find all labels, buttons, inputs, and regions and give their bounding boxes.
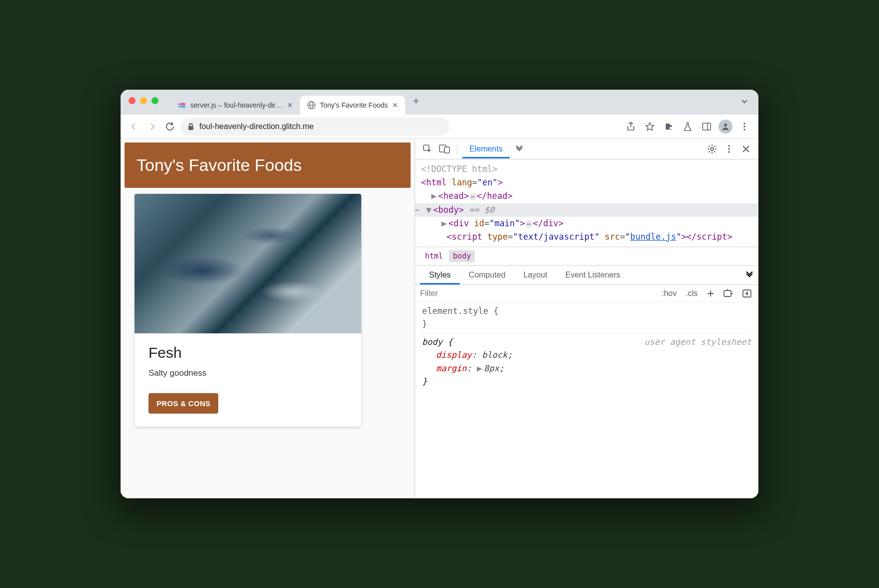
svg-rect-3 [188, 126, 193, 130]
menu-button[interactable] [736, 119, 752, 135]
address-bar[interactable]: foul-heavenly-direction.glitch.me [180, 118, 449, 136]
food-card: Fesh Salty goodness PROS & CONS [135, 194, 361, 427]
expand-icon[interactable]: ▶ [441, 217, 448, 230]
svg-rect-17 [724, 291, 731, 296]
card-body: Fesh Salty goodness PROS & CONS [135, 333, 361, 427]
toolbar: foul-heavenly-direction.glitch.me [121, 115, 758, 139]
bundle-link[interactable]: bundle.js [630, 232, 676, 242]
globe-favicon-icon [307, 101, 316, 110]
page-viewport: Tony's Favorite Foods Fesh Salty goodnes… [121, 139, 415, 498]
computed-toggle-icon[interactable] [722, 287, 735, 300]
url-text: foul-heavenly-direction.glitch.me [199, 122, 313, 131]
dom-breadcrumb: html body [415, 247, 758, 265]
svg-point-9 [743, 129, 745, 131]
breadcrumb-item-selected[interactable]: body [449, 250, 475, 262]
browser-window: server.js – foul-heavenly-direct ✕ Tony'… [121, 90, 758, 498]
share-icon[interactable] [623, 119, 639, 135]
page-header: Tony's Favorite Foods [125, 143, 411, 188]
svg-point-16 [728, 151, 730, 153]
svg-point-13 [711, 147, 714, 150]
tab-inactive[interactable]: server.js – foul-heavenly-direct ✕ [170, 96, 300, 115]
card-title: Fesh [148, 344, 347, 361]
ellipsis-icon[interactable]: ⋯ [469, 193, 477, 200]
hov-button[interactable]: :hov [660, 287, 679, 300]
window-zoom-button[interactable] [151, 97, 158, 104]
collapse-icon[interactable]: ▼ [426, 203, 433, 217]
card-description: Salty goodness [148, 368, 347, 378]
dom-tree[interactable]: <!DOCTYPE html> <html lang="en"> ▶<head>… [415, 159, 758, 247]
profile-button[interactable] [718, 119, 733, 135]
new-rule-icon[interactable] [705, 288, 717, 299]
lock-icon [187, 123, 194, 131]
svg-point-14 [728, 145, 730, 147]
devtools-tab-elements[interactable]: Elements [462, 140, 510, 158]
more-tabs-icon[interactable] [745, 272, 753, 279]
extensions-icon[interactable] [661, 119, 677, 135]
tabs-dropdown-button[interactable] [736, 93, 752, 109]
breadcrumb-item[interactable]: html [421, 250, 447, 262]
styles-tab-event-listeners[interactable]: Event Listeners [556, 266, 629, 285]
dom-selected-node[interactable]: ▼<body> == $0 [415, 203, 758, 217]
pros-cons-button[interactable]: PROS & CONS [148, 393, 218, 414]
tab-title: Tony's Favorite Foods [320, 101, 388, 109]
styles-filter-input[interactable] [420, 289, 655, 298]
avatar-icon [719, 120, 732, 134]
window-minimize-button[interactable] [140, 97, 147, 104]
dom-doctype: <!DOCTYPE html> [421, 164, 498, 174]
labs-icon[interactable] [680, 119, 696, 135]
devtools-toolbar: Elements [415, 139, 758, 159]
bookmark-icon[interactable] [642, 119, 658, 135]
rendering-icon[interactable] [740, 288, 753, 299]
svg-rect-4 [703, 123, 711, 130]
tab-title: server.js – foul-heavenly-direct [190, 101, 283, 109]
traffic-lights [129, 97, 158, 104]
forward-button[interactable] [145, 119, 159, 134]
tab-strip: server.js – foul-heavenly-direct ✕ Tony'… [121, 90, 758, 115]
settings-icon[interactable] [705, 142, 720, 156]
svg-point-8 [743, 126, 745, 128]
more-tabs-icon[interactable] [512, 142, 527, 156]
styles-tab-layout[interactable]: Layout [514, 266, 556, 285]
svg-point-6 [724, 124, 727, 127]
reload-button[interactable] [162, 119, 177, 134]
devtools-menu-icon[interactable] [722, 142, 736, 156]
cls-button[interactable]: .cls [684, 287, 700, 300]
window-close-button[interactable] [129, 97, 136, 104]
card-image [135, 194, 361, 333]
tab-active[interactable]: Tony's Favorite Foods ✕ [300, 96, 405, 115]
expand-icon[interactable]: ▶ [477, 362, 484, 375]
stylesheet-source: user agent stylesheet [644, 335, 751, 348]
svg-rect-12 [444, 147, 449, 153]
device-toggle-icon[interactable] [437, 142, 452, 156]
svg-point-7 [743, 123, 745, 125]
styles-tabs: Styles Computed Layout Event Listeners [415, 265, 758, 285]
glitch-favicon-icon [177, 101, 186, 110]
styles-tab-computed[interactable]: Computed [460, 266, 515, 285]
styles-rules[interactable]: element.style { } user agent stylesheet … [415, 302, 758, 390]
devtools-close-icon[interactable] [738, 142, 753, 156]
back-button[interactable] [127, 119, 142, 134]
content-area: Tony's Favorite Foods Fesh Salty goodnes… [121, 139, 758, 498]
tab-close-icon[interactable]: ✕ [392, 101, 398, 109]
ellipsis-icon[interactable]: ⋯ [525, 220, 533, 228]
tab-close-icon[interactable]: ✕ [287, 101, 293, 109]
inspect-icon[interactable] [420, 142, 435, 156]
styles-tab-styles[interactable]: Styles [420, 266, 460, 285]
svg-point-15 [728, 148, 730, 150]
styles-filter-bar: :hov .cls [415, 285, 758, 302]
page-title: Tony's Favorite Foods [137, 155, 399, 175]
devtools-panel: Elements <!DOCTYPE html> <html lang="en"… [415, 139, 758, 498]
sidepanel-icon[interactable] [699, 119, 715, 135]
expand-icon[interactable]: ▶ [431, 189, 438, 203]
new-tab-button[interactable]: + [409, 93, 424, 110]
